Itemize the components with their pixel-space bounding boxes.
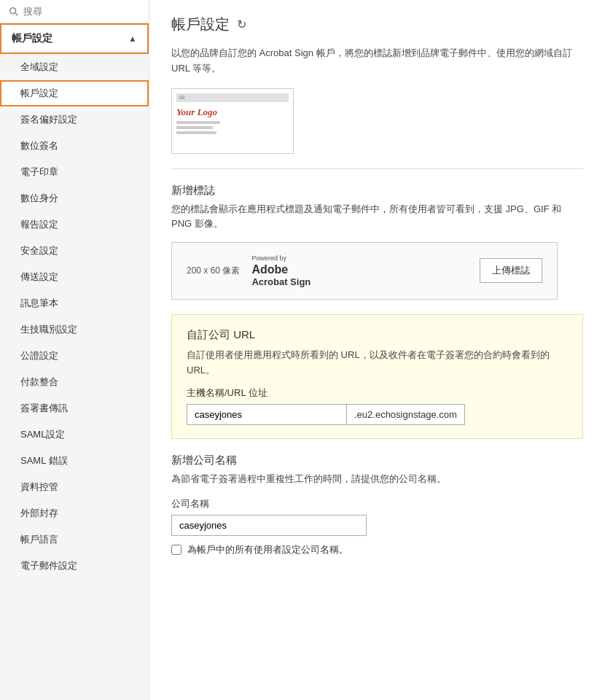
logo-text-area: Your Logo [176, 106, 220, 134]
sidebar-item-signature-prefs[interactable]: 簽名偏好設定 [0, 106, 149, 133]
svg-line-1 [15, 12, 18, 15]
new-logo-title: 新增標誌 [171, 184, 583, 198]
checkbox-label: 為帳戶中的所有使用者設定公司名稱。 [187, 543, 348, 556]
refresh-icon[interactable]: ↻ [237, 18, 246, 31]
company-name-section-desc: 為節省電子簽署過程中重複性工作的時間，請提供您的公司名稱。 [171, 472, 583, 487]
logo-preview-content: Your Logo [176, 106, 289, 134]
hostname-suffix: .eu2.echosignstage.com [347, 404, 465, 425]
company-name-section-title: 新增公司名稱 [171, 454, 583, 467]
email-icon: ✉ [179, 94, 185, 101]
sidebar-item-signature-transmission[interactable]: 簽署書傳訊 [0, 395, 149, 421]
app-container: 帳戶設定 ▲ 全域設定 帳戶設定 簽名偏好設定 數位簽名 電子印章 數位身分 報… [0, 0, 605, 700]
sidebar-item-digital-signature[interactable]: 數位簽名 [0, 133, 149, 159]
sidebar-item-external-archive[interactable]: 外部封存 [0, 500, 149, 526]
page-title: 帳戶設定 [171, 15, 230, 34]
sidebar-item-skill-settings[interactable]: 生技職別設定 [0, 316, 149, 343]
new-logo-section: 新增標誌 您的標誌會顯示在應用程式標題及通知電子郵件中，所有使用者皆可看到，支援… [171, 184, 583, 300]
sidebar-item-bio-note[interactable]: 訊息筆本 [0, 290, 149, 316]
upload-logo-button[interactable]: 上傳標誌 [480, 258, 542, 283]
custom-url-desc: 自訂使用者使用應用程式時所看到的 URL，以及收件者在電子簽署您的合約時會看到的… [187, 348, 568, 378]
upload-size-hint: 200 x 60 像素 Powered by Adobe Acrobat Sig… [187, 254, 311, 287]
nav-items: 全域設定 帳戶設定 簽名偏好設定 數位簽名 電子印章 數位身分 報告設定 安全設… [0, 54, 149, 700]
logo-line-2 [176, 126, 213, 129]
adobe-sign-logo: Powered by Adobe Acrobat Sign [251, 254, 311, 287]
custom-url-section: 自訂公司 URL 自訂使用者使用應用程式時所看到的 URL，以及收件者在電子簽署… [171, 314, 583, 440]
your-logo-text: Your Logo [176, 106, 217, 118]
sidebar-item-saml-settings[interactable]: SAML設定 [0, 421, 149, 448]
all-users-checkbox[interactable] [171, 545, 182, 555]
company-input[interactable] [171, 515, 367, 536]
sidebar: 帳戶設定 ▲ 全域設定 帳戶設定 簽名偏好設定 數位簽名 電子印章 數位身分 報… [0, 0, 149, 700]
sidebar-item-digital-identity[interactable]: 數位身分 [0, 185, 149, 211]
sidebar-item-security-settings[interactable]: 安全設定 [0, 238, 149, 264]
logo-line-1 [176, 121, 220, 124]
chevron-up-icon: ▲ [128, 34, 137, 44]
sidebar-item-report-settings[interactable]: 報告設定 [0, 211, 149, 238]
nav-section-header[interactable]: 帳戶設定 ▲ [0, 23, 149, 54]
logo-preview-box: ✉ Your Logo [171, 88, 294, 154]
hostname-row: .eu2.echosignstage.com [187, 404, 568, 425]
logo-lines [176, 121, 220, 134]
svg-point-0 [10, 7, 16, 13]
sidebar-item-data-governance[interactable]: 資料控管 [0, 474, 149, 500]
hostname-label: 主機名稱/URL 位址 [187, 386, 568, 400]
page-title-row: 帳戶設定 ↻ [171, 15, 583, 34]
checkbox-row: 為帳戶中的所有使用者設定公司名稱。 [171, 543, 583, 556]
powered-by-text: Powered by [251, 254, 286, 262]
email-bar: ✉ [176, 93, 289, 102]
sidebar-item-account-settings[interactable]: 帳戶設定 [0, 80, 149, 106]
search-input[interactable] [23, 6, 140, 17]
search-box [0, 0, 149, 23]
logo-line-3 [176, 131, 216, 134]
sidebar-item-saml-error[interactable]: SAML 錯誤 [0, 448, 149, 474]
sidebar-item-digital-seal[interactable]: 電子印章 [0, 159, 149, 185]
hostname-input[interactable] [187, 404, 347, 425]
sidebar-item-email-settings[interactable]: 電子郵件設定 [0, 553, 149, 579]
sidebar-item-public-settings[interactable]: 公證設定 [0, 343, 149, 369]
sidebar-item-payment-integration[interactable]: 付款整合 [0, 369, 149, 395]
upload-logo-area: 200 x 60 像素 Powered by Adobe Acrobat Sig… [171, 242, 558, 300]
nav-section-label: 帳戶設定 [12, 32, 52, 45]
intro-text: 以您的品牌自訂您的 Acrobat Sign 帳戶，將您的標誌新增到品牌電子郵件… [171, 46, 579, 77]
main-content: 帳戶設定 ↻ 以您的品牌自訂您的 Acrobat Sign 帳戶，將您的標誌新增… [149, 0, 605, 700]
adobe-text: Adobe [251, 263, 288, 276]
acrobat-sign-text: Acrobat Sign [251, 276, 311, 287]
sidebar-item-global-settings[interactable]: 全域設定 [0, 54, 149, 80]
section-divider-1 [171, 168, 583, 169]
company-name-section: 新增公司名稱 為節省電子簽署過程中重複性工作的時間，請提供您的公司名稱。 公司名… [171, 454, 583, 556]
custom-url-title: 自訂公司 URL [187, 328, 568, 342]
pixel-hint: 200 x 60 像素 [187, 265, 240, 277]
search-icon [9, 7, 19, 17]
company-label: 公司名稱 [171, 497, 583, 510]
new-logo-desc: 您的標誌會顯示在應用程式標題及通知電子郵件中，所有使用者皆可看到，支援 JPG、… [171, 202, 583, 233]
sidebar-item-account-language[interactable]: 帳戶語言 [0, 526, 149, 553]
sidebar-item-send-settings[interactable]: 傳送設定 [0, 264, 149, 290]
